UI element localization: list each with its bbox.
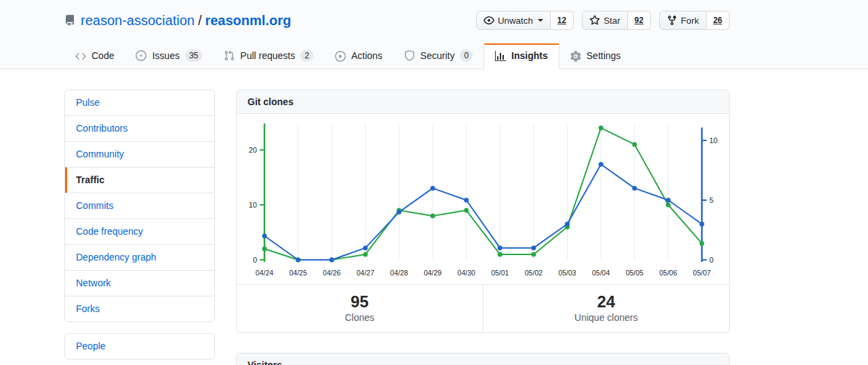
svg-text:04/26: 04/26 [323, 269, 340, 277]
star-count[interactable]: 92 [628, 11, 651, 30]
star-icon [589, 15, 600, 26]
svg-text:10: 10 [249, 201, 257, 209]
sidebar-item-forks[interactable]: Forks [65, 296, 214, 322]
svg-text:04/28: 04/28 [390, 269, 408, 277]
unwatch-label: Unwatch [498, 16, 533, 26]
svg-text:04/25: 04/25 [289, 269, 307, 277]
tab-security-label: Security [420, 50, 455, 62]
tab-insights-label: Insights [511, 50, 548, 62]
visitors-panel: Visitors [236, 353, 730, 365]
fork-count[interactable]: 26 [707, 11, 730, 30]
sidebar-item-network[interactable]: Network [65, 270, 214, 296]
svg-text:04/29: 04/29 [424, 269, 441, 277]
star-label: Star [604, 16, 620, 26]
tab-issues[interactable]: Issues 35 [125, 43, 213, 69]
repo-owner-link[interactable]: reason-association [81, 11, 195, 30]
unique-cloners-stat: 24 Unique cloners [483, 285, 730, 332]
repo-name-link[interactable]: reasonml.org [205, 11, 291, 30]
git-clones-panel-title: Git clones [237, 90, 729, 114]
git-clones-panel: Git clones 01020051004/2404/2504/2604/27… [236, 90, 730, 333]
svg-text:04/24: 04/24 [256, 269, 273, 277]
sidebar-item-community[interactable]: Community [65, 141, 214, 167]
sidebar-item-dependency-graph[interactable]: Dependency graph [65, 244, 214, 270]
svg-text:0: 0 [709, 256, 713, 264]
visitors-panel-title: Visitors [237, 353, 729, 365]
svg-text:05/04: 05/04 [592, 269, 610, 277]
sidebar-item-traffic[interactable]: Traffic [65, 167, 214, 193]
svg-text:20: 20 [249, 146, 257, 154]
svg-text:04/30: 04/30 [458, 269, 475, 277]
repo-actions: Unwatch 12 Star 92 [476, 11, 730, 30]
svg-text:05/05: 05/05 [626, 269, 644, 277]
chevron-down-icon [538, 19, 543, 24]
tab-code[interactable]: Code [64, 44, 125, 69]
tab-settings[interactable]: Settings [559, 44, 632, 69]
sidebar-item-contributors[interactable]: Contributors [65, 115, 214, 141]
svg-text:04/27: 04/27 [357, 269, 374, 277]
sidebar-item-commits[interactable]: Commits [65, 193, 214, 218]
sidebar-item-people[interactable]: People [65, 334, 214, 359]
issues-count-badge: 35 [185, 50, 202, 62]
breadcrumb: reason-association / reasonml.org [81, 11, 291, 30]
tab-pull-requests[interactable]: Pull requests 2 [213, 43, 324, 69]
people-menu: People [64, 333, 215, 360]
clones-total-stat: 95 Clones [237, 285, 483, 332]
svg-text:05/01: 05/01 [491, 269, 509, 277]
clones-stats-row: 95 Clones 24 Unique cloners [237, 284, 729, 332]
pull-requests-count-badge: 2 [300, 50, 313, 62]
shield-icon [404, 50, 415, 61]
star-button-group: Star 92 [582, 11, 651, 30]
sidebar-item-code-frequency[interactable]: Code frequency [65, 218, 214, 244]
star-button[interactable]: Star [582, 11, 627, 30]
code-icon [75, 51, 86, 62]
graph-icon [495, 51, 506, 62]
tab-issues-label: Issues [152, 50, 179, 62]
repo-title-row: reason-association / reasonml.org Unwatc… [64, 11, 730, 30]
insights-menu: Pulse Contributors Community Traffic Com… [64, 90, 215, 322]
svg-text:10: 10 [709, 136, 717, 145]
unique-cloners-value: 24 [484, 293, 730, 311]
tab-security[interactable]: Security 0 [393, 43, 484, 69]
clones-total-label: Clones [237, 312, 483, 323]
tab-pull-requests-label: Pull requests [240, 50, 295, 62]
unwatch-button[interactable]: Unwatch [476, 11, 551, 30]
watch-count[interactable]: 12 [551, 11, 574, 30]
git-clones-chart[interactable]: 01020051004/2404/2504/2604/2704/2804/290… [237, 114, 729, 284]
security-count-badge: 0 [460, 50, 473, 62]
traffic-main: Git clones 01020051004/2404/2504/2604/27… [236, 90, 730, 365]
svg-text:5: 5 [709, 196, 713, 204]
issue-opened-icon [136, 50, 146, 61]
gear-icon [570, 51, 581, 62]
breadcrumb-separator: / [198, 11, 202, 30]
watch-button-group: Unwatch 12 [476, 11, 574, 30]
svg-text:05/06: 05/06 [659, 269, 677, 277]
clones-total-value: 95 [237, 293, 483, 311]
tab-settings-label: Settings [587, 50, 621, 62]
unique-cloners-label: Unique cloners [484, 312, 730, 323]
page-head: reason-association / reasonml.org Unwatc… [0, 0, 868, 69]
fork-button-group: Fork 26 [659, 11, 730, 30]
tab-insights[interactable]: Insights [484, 43, 559, 69]
sidebar-item-pulse[interactable]: Pulse [65, 90, 214, 115]
fork-button[interactable]: Fork [659, 11, 707, 30]
git-pull-request-icon [224, 50, 235, 61]
tab-actions-label: Actions [351, 50, 382, 62]
play-icon [335, 51, 346, 62]
svg-text:05/02: 05/02 [525, 269, 542, 277]
svg-text:05/03: 05/03 [558, 269, 576, 277]
tab-actions[interactable]: Actions [324, 44, 393, 69]
repo-book-icon [64, 15, 75, 26]
fork-icon [667, 15, 677, 26]
tab-code-label: Code [92, 50, 114, 62]
fork-label: Fork [681, 16, 699, 26]
repo-tab-nav: Code Issues 35 Pull requests 2 [64, 43, 730, 69]
eye-icon [484, 15, 494, 26]
svg-text:0: 0 [253, 256, 257, 264]
svg-text:05/07: 05/07 [693, 269, 711, 277]
insights-sidebar: Pulse Contributors Community Traffic Com… [64, 90, 215, 365]
